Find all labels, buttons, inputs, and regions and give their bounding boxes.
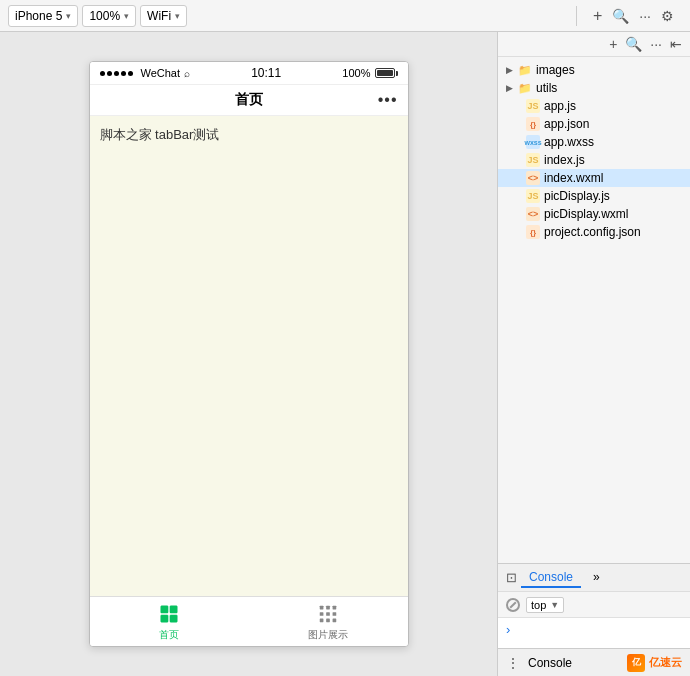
add-file-icon[interactable]: + [609,36,617,52]
dot4 [121,71,126,76]
network-label: WiFi [147,9,171,23]
tab-item-picture[interactable]: 图片展示 [249,597,408,646]
bottom-strip: ⋮ Console 亿 亿速云 [498,648,690,676]
search-file-icon[interactable]: 🔍 [625,36,642,52]
battery-fill [377,70,393,76]
folder-images-chevron: ▶ [506,65,514,75]
file-index-js-label: index.js [544,153,585,167]
zoom-chevron-icon: ▾ [124,11,129,21]
file-index-js[interactable]: JS index.js [498,151,690,169]
toolbar-separator [576,6,577,26]
file-app-json-label: app.json [544,117,589,131]
bottom-console-label[interactable]: Console [528,656,572,670]
console-context-select[interactable]: top ▼ [526,597,564,613]
tab-label-home: 首页 [159,628,179,642]
file-picdisplay-js-icon: JS [526,189,540,203]
svg-rect-1 [170,605,177,612]
svg-rect-2 [161,614,168,621]
bottom-panel: ⊡ Console » top ▼ › [498,563,690,648]
svg-rect-0 [161,605,168,612]
file-picdisplay-wxml-icon: <> [526,207,540,221]
file-picdisplay-wxml-label: picDisplay.wxml [544,207,628,221]
file-index-wxml[interactable]: <> index.wxml [498,169,690,187]
svg-rect-12 [333,618,337,622]
content-text: 脚本之家 tabBar测试 [100,127,220,142]
file-picdisplay-js[interactable]: JS picDisplay.js [498,187,690,205]
tab-label-picture: 图片展示 [308,628,348,642]
file-tree: ▶ 📁 images ▶ 📁 utils JS app.js {} app.js… [498,57,690,563]
network-selector[interactable]: WiFi ▾ [140,5,187,27]
phone-frame: WeChat ⌕ 10:11 100% 首页 ••• [89,61,409,647]
file-index-wxml-label: index.wxml [544,171,603,185]
status-right: 100% [342,67,397,79]
picture-tab-icon [316,602,340,626]
top-toolbar: iPhone 5 ▾ 100% ▾ WiFi ▾ + 🔍 ··· ⚙ [0,0,690,32]
folder-utils[interactable]: ▶ 📁 utils [498,79,690,97]
brand-logo-area[interactable]: 亿 亿速云 [627,654,682,672]
folder-utils-icon: 📁 [518,81,532,95]
bottom-dots-icon[interactable]: ⋮ [506,655,520,671]
signal-dots [100,71,133,76]
status-left: WeChat ⌕ [100,67,191,79]
nav-more-icon[interactable]: ••• [378,91,398,109]
console-select-chevron: ▼ [550,600,559,610]
svg-rect-6 [333,605,337,609]
main-area: WeChat ⌕ 10:11 100% 首页 ••• [0,32,690,676]
zoom-selector[interactable]: 100% ▾ [82,5,136,27]
dot2 [107,71,112,76]
file-picdisplay-wxml[interactable]: <> picDisplay.wxml [498,205,690,223]
brand-logo-icon: 亿 [627,654,645,672]
device-selector[interactable]: iPhone 5 ▾ [8,5,78,27]
device-label: iPhone 5 [15,9,62,23]
home-tab-icon [157,602,181,626]
dot5 [128,71,133,76]
svg-rect-7 [320,612,324,616]
file-picdisplay-js-label: picDisplay.js [544,189,610,203]
svg-rect-8 [326,612,330,616]
bottom-strip-left: ⋮ Console [506,655,572,671]
file-app-js-icon: JS [526,99,540,113]
folder-utils-label: utils [536,81,557,95]
add-icon[interactable]: + [593,7,602,25]
bottom-tabs: ⊡ Console » [498,564,690,592]
status-bar: WeChat ⌕ 10:11 100% [90,62,408,85]
wifi-icon: ⌕ [184,68,190,79]
console-toolbar: top ▼ [498,592,690,618]
file-app-wxss-icon: wxss [526,135,540,149]
svg-rect-9 [333,612,337,616]
file-tree-toolbar: + 🔍 ··· ⇤ [498,32,690,57]
no-entry-icon[interactable] [506,598,520,612]
search-icon[interactable]: 🔍 [612,8,629,24]
more-file-icon[interactable]: ··· [650,36,662,52]
battery-tip [396,71,398,76]
file-app-wxss-label: app.wxss [544,135,594,149]
svg-rect-4 [320,605,324,609]
more-dots-icon[interactable]: ··· [639,8,651,24]
console-content: › [498,618,690,648]
tab-more[interactable]: » [585,568,608,588]
folder-images-label: images [536,63,575,77]
file-project-config[interactable]: {} project.config.json [498,223,690,241]
tab-console[interactable]: Console [521,568,581,588]
svg-rect-3 [170,614,177,621]
simulator-panel: WeChat ⌕ 10:11 100% 首页 ••• [0,32,498,676]
collapse-icon[interactable]: ⇤ [670,36,682,52]
network-chevron-icon: ▾ [175,11,180,21]
file-index-wxml-icon: <> [526,171,540,185]
file-app-js-label: app.js [544,99,576,113]
file-app-json[interactable]: {} app.json [498,115,690,133]
nav-title: 首页 [235,91,263,109]
file-project-config-label: project.config.json [544,225,641,239]
file-app-js[interactable]: JS app.js [498,97,690,115]
folder-images[interactable]: ▶ 📁 images [498,61,690,79]
file-app-wxss[interactable]: wxss app.wxss [498,133,690,151]
dot1 [100,71,105,76]
settings-icon[interactable]: ⚙ [661,8,674,24]
app-name: WeChat [141,67,181,79]
tab-bar: 首页 [90,596,408,646]
inspect-icon[interactable]: ⊡ [506,570,517,585]
status-time: 10:11 [251,66,281,80]
tab-console-label: Console [529,570,573,584]
folder-utils-chevron: ▶ [506,83,514,93]
tab-item-home[interactable]: 首页 [90,597,249,646]
